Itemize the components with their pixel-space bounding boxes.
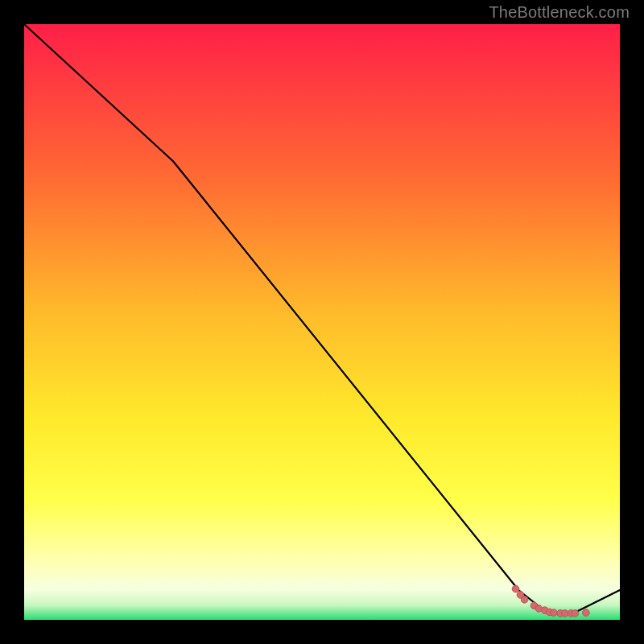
chart-stage: TheBottleneck.com xyxy=(0,0,644,644)
marker-point xyxy=(583,609,590,617)
marker-point xyxy=(572,610,579,617)
plot-background xyxy=(24,24,620,620)
marker-point xyxy=(512,585,519,592)
marker-point xyxy=(521,597,528,604)
marker-point xyxy=(551,609,558,617)
chart-svg xyxy=(0,0,644,644)
